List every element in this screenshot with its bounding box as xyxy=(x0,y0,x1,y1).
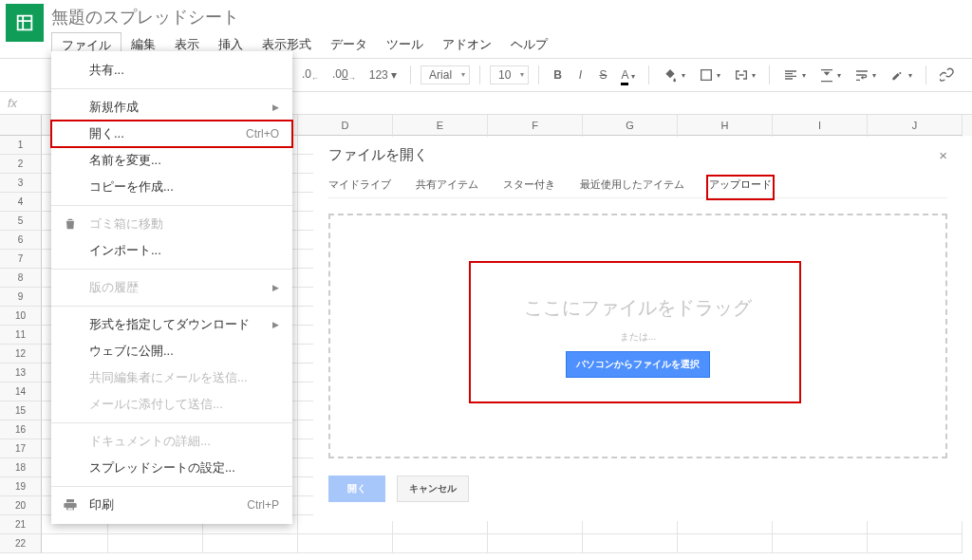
valign-button[interactable]: ▾ xyxy=(815,65,845,84)
col-header[interactable]: F xyxy=(488,115,583,136)
row-header[interactable]: 1 xyxy=(0,136,42,155)
app-header: 無題のスプレッドシート ファイル 編集 表示 挿入 表示形式 データ ツール ア… xyxy=(0,0,972,58)
trash-icon xyxy=(63,216,78,232)
borders-icon xyxy=(699,67,714,83)
print-icon xyxy=(63,497,78,513)
file-menu-trash: ゴミ箱に移動 xyxy=(51,211,292,237)
row-header[interactable]: 10 xyxy=(0,307,42,326)
dialog-tab-shared[interactable]: 共有アイテム xyxy=(416,177,478,197)
dialog-tab-recent[interactable]: 最近使用したアイテム xyxy=(580,177,684,197)
doc-title[interactable]: 無題のスプレッドシート xyxy=(51,4,972,30)
select-all-corner[interactable] xyxy=(0,115,42,136)
row-header[interactable]: 19 xyxy=(0,477,42,496)
wrap-icon xyxy=(854,67,869,83)
menu-addons[interactable]: アドオン xyxy=(433,32,501,58)
bold-button[interactable]: B xyxy=(549,66,566,84)
row-header[interactable]: 16 xyxy=(0,420,42,439)
file-menu-email-collab: 共同編集者にメールを送信... xyxy=(51,364,292,391)
spreadsheet-icon xyxy=(14,12,35,33)
file-menu-open[interactable]: 開く...Ctrl+O xyxy=(51,121,292,147)
col-header[interactable]: J xyxy=(868,115,963,136)
row-header[interactable]: 2 xyxy=(0,155,42,174)
row-header[interactable]: 18 xyxy=(0,458,42,477)
file-menu-download[interactable]: 形式を指定してダウンロード▶ xyxy=(51,311,292,338)
row-header[interactable]: 15 xyxy=(0,401,42,420)
row-header[interactable]: 20 xyxy=(0,496,42,515)
link-button[interactable] xyxy=(936,65,959,84)
row-headers: 1 2 3 4 5 6 7 8 9 10 11 12 13 14 15 16 1… xyxy=(0,115,42,560)
row-header[interactable]: 13 xyxy=(0,364,42,383)
upload-drop-zone[interactable]: ここにファイルをドラッグ または... パソコンからファイルを選択 xyxy=(328,214,947,458)
highlight-box xyxy=(469,261,801,403)
paint-bucket-icon xyxy=(663,67,678,83)
halign-button[interactable]: ▾ xyxy=(779,65,809,84)
row-header[interactable]: 14 xyxy=(0,383,42,401)
dialog-tab-mydrive[interactable]: マイドライブ xyxy=(328,177,391,197)
file-menu-share[interactable]: 共有... xyxy=(51,57,292,84)
sheets-logo[interactable] xyxy=(6,4,44,42)
row-header[interactable]: 21 xyxy=(0,515,42,534)
menu-help[interactable]: ヘルプ xyxy=(501,32,557,58)
dialog-title: ファイルを開く xyxy=(328,146,428,164)
row-header[interactable]: 8 xyxy=(0,269,42,288)
rotate-text-icon xyxy=(889,67,905,83)
font-size-select[interactable]: 10 xyxy=(490,65,529,84)
more-formats-button[interactable]: 123 ▾ xyxy=(365,66,401,84)
file-menu-settings[interactable]: スプレッドシートの設定... xyxy=(51,455,292,481)
dialog-cancel-button[interactable]: キャンセル xyxy=(397,476,469,502)
col-header[interactable]: G xyxy=(583,115,678,136)
fill-color-button[interactable]: ▾ xyxy=(659,65,688,84)
row-header[interactable]: 3 xyxy=(0,174,42,193)
row-header[interactable]: 7 xyxy=(0,250,42,269)
link-icon xyxy=(940,67,955,83)
file-menu-history: 版の履歴▶ xyxy=(51,274,292,301)
menu-data[interactable]: データ xyxy=(321,32,377,58)
open-file-dialog: ファイルを開く × マイドライブ 共有アイテム スター付き 最近使用したアイテム… xyxy=(313,137,963,521)
decrease-decimal-button[interactable]: .0← xyxy=(298,65,323,84)
dialog-tabs: マイドライブ 共有アイテム スター付き 最近使用したアイテム アップロード xyxy=(328,177,947,198)
col-header[interactable]: E xyxy=(393,115,488,136)
dialog-tab-starred[interactable]: スター付き xyxy=(503,177,555,197)
borders-button[interactable]: ▾ xyxy=(695,65,724,84)
file-menu-copy[interactable]: コピーを作成... xyxy=(51,174,292,200)
row-header[interactable]: 4 xyxy=(0,193,42,212)
row-header[interactable]: 22 xyxy=(0,534,42,553)
row-header[interactable]: 17 xyxy=(0,439,42,458)
file-menu-new[interactable]: 新規作成▶ xyxy=(51,94,292,121)
col-header[interactable]: D xyxy=(298,115,393,136)
col-header[interactable]: I xyxy=(773,115,868,136)
merge-button[interactable]: ▾ xyxy=(730,65,759,84)
italic-button[interactable]: I xyxy=(571,66,589,84)
row-header[interactable]: 11 xyxy=(0,326,42,345)
dialog-actions: 開く キャンセル xyxy=(328,476,947,502)
title-area: 無題のスプレッドシート ファイル 編集 表示 挿入 表示形式 データ ツール ア… xyxy=(51,4,972,58)
row-header[interactable]: 12 xyxy=(0,345,42,364)
valign-icon xyxy=(819,67,834,83)
row-header[interactable]: 9 xyxy=(0,288,42,307)
dialog-open-button[interactable]: 開く xyxy=(328,476,385,502)
increase-decimal-button[interactable]: .00→ xyxy=(328,65,360,84)
fx-label: fx xyxy=(8,96,17,110)
strike-button[interactable]: S xyxy=(594,66,611,84)
font-select[interactable]: Arial xyxy=(421,65,470,84)
align-left-icon xyxy=(783,67,798,83)
wrap-button[interactable]: ▾ xyxy=(850,65,880,84)
merge-icon xyxy=(734,67,749,83)
file-menu-print[interactable]: 印刷Ctrl+P xyxy=(51,492,292,518)
text-color-button[interactable]: A ▾ xyxy=(617,66,639,84)
file-menu-publish[interactable]: ウェブに公開... xyxy=(51,338,292,364)
file-menu-details: ドキュメントの詳細... xyxy=(51,428,292,455)
dialog-tab-upload[interactable]: アップロード xyxy=(709,177,772,197)
file-menu-import[interactable]: インポート... xyxy=(51,237,292,264)
row-header[interactable]: 5 xyxy=(0,212,42,231)
file-menu-email-attach: メールに添付して送信... xyxy=(51,391,292,418)
file-menu-rename[interactable]: 名前を変更... xyxy=(51,147,292,174)
menu-tools[interactable]: ツール xyxy=(377,32,433,58)
rotate-button[interactable]: ▾ xyxy=(886,65,915,84)
col-header[interactable]: H xyxy=(678,115,773,136)
file-menu-dropdown: 共有... 新規作成▶ 開く...Ctrl+O 名前を変更... コピーを作成.… xyxy=(51,51,292,524)
dialog-close-button[interactable]: × xyxy=(939,147,947,163)
row-header[interactable]: 6 xyxy=(0,231,42,250)
